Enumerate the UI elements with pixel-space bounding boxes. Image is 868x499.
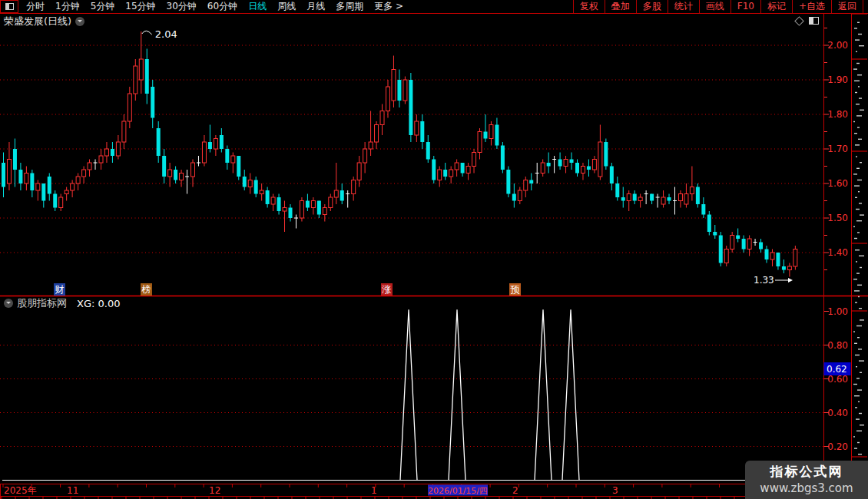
period-tab[interactable]: 15分钟 [120, 0, 161, 13]
up-candle [581, 167, 585, 173]
brand-title: 指标公式网 [745, 463, 868, 481]
strip-mark [857, 389, 862, 390]
strip-mark [858, 34, 862, 35]
up-candle [690, 187, 694, 194]
up-candle [311, 201, 315, 208]
strip-mark [856, 168, 860, 169]
down-candle [208, 142, 212, 149]
up-candle [598, 142, 602, 177]
strip-mark [854, 448, 857, 448]
action-button[interactable]: 叠加 [605, 0, 636, 13]
up-candle [202, 142, 206, 163]
indicator-value-label: XG: 0.00 [77, 298, 120, 309]
down-candle [621, 197, 625, 201]
strip-mark [856, 209, 860, 210]
strip-mark [857, 127, 860, 127]
up-candle [214, 139, 217, 150]
period-tab[interactable]: 日线 [243, 0, 272, 13]
up-candle [191, 163, 195, 177]
up-candle [489, 125, 493, 139]
pane-layout-icon[interactable] [809, 17, 819, 25]
strip-mark [853, 68, 857, 69]
down-candle [340, 190, 344, 201]
strip-mark [857, 22, 860, 23]
period-tab[interactable]: 分时 [21, 0, 50, 13]
down-candle [397, 80, 401, 101]
date-axis-label: 11 [67, 485, 78, 496]
strip-mark [860, 110, 864, 111]
up-candle [403, 80, 407, 101]
action-button[interactable]: 统计 [668, 0, 699, 13]
chevron-down-icon[interactable] [4, 299, 13, 308]
toolbar: 分时1分钟5分钟15分钟30分钟60分钟日线周线月线多周期更多 > 复权叠加多股… [0, 0, 868, 13]
action-button[interactable]: 返回 [831, 0, 863, 13]
period-tab[interactable]: 60分钟 [202, 0, 243, 13]
action-button[interactable]: F10 [731, 0, 760, 13]
period-tab[interactable]: 月线 [301, 0, 330, 13]
up-candle [88, 163, 91, 170]
up-candle [357, 163, 361, 180]
strip-mark [857, 337, 860, 338]
down-candle [145, 59, 149, 94]
split-view-button[interactable] [0, 0, 18, 13]
down-candle [701, 204, 705, 215]
up-candle [787, 266, 791, 270]
price-axis-label: 1.40 [827, 247, 848, 258]
period-tab[interactable]: 周线 [272, 0, 301, 13]
strip-mark [860, 267, 862, 268]
price-axis-label: 1.80 [827, 109, 848, 120]
down-candle [736, 236, 740, 240]
price-axis-label: 2.00 [827, 40, 848, 51]
action-button[interactable]: 画线 [699, 0, 731, 13]
period-tab[interactable]: 1分钟 [50, 0, 85, 13]
down-candle [254, 180, 258, 194]
down-candle [610, 167, 614, 184]
up-candle [369, 142, 373, 149]
strip-mark [857, 285, 862, 286]
up-candle [283, 208, 287, 212]
down-candle [501, 146, 505, 170]
down-candle [41, 183, 45, 201]
down-candle [157, 128, 161, 156]
period-tab[interactable]: 5分钟 [85, 0, 121, 13]
strip-mark [854, 395, 860, 396]
strip-mark [860, 214, 864, 215]
up-candle [352, 180, 356, 194]
period-tab[interactable]: 更多 > [369, 0, 409, 13]
price-axis-label: 1.60 [827, 178, 848, 189]
strip-mark [858, 296, 860, 297]
down-candle [13, 149, 17, 170]
chevron-down-icon[interactable] [75, 17, 84, 26]
action-button[interactable]: 多股 [636, 0, 668, 13]
up-candle [139, 59, 143, 80]
action-button[interactable]: 复权 [573, 0, 605, 13]
strip-mark [859, 360, 864, 361]
up-candle [363, 149, 367, 163]
strip-mark [855, 39, 860, 40]
diamond-icon[interactable] [794, 16, 804, 26]
strip-mark [856, 51, 857, 52]
strip-mark [855, 250, 860, 250]
down-candle [420, 121, 424, 142]
action-button[interactable]: +自选 [792, 0, 831, 13]
price-axis-label: 1.90 [827, 74, 848, 85]
strip-mark [860, 425, 864, 425]
up-candle [128, 94, 131, 121]
down-candle [220, 135, 224, 149]
up-candle [231, 156, 235, 163]
action-button[interactable]: 标记 [760, 0, 792, 13]
up-candle [524, 180, 528, 191]
down-candle [225, 149, 229, 163]
down-candle [317, 201, 321, 215]
up-candle [375, 125, 379, 143]
down-candle [668, 197, 671, 201]
period-tab[interactable]: 多周期 [330, 0, 369, 13]
down-candle [162, 156, 166, 177]
up-candle [168, 170, 172, 177]
period-tab[interactable]: 30分钟 [161, 0, 202, 13]
indicator-source-label: 股朋指标网 [17, 296, 67, 310]
strip-mark [858, 191, 860, 192]
up-candle [36, 183, 40, 190]
strip-mark [859, 256, 864, 256]
down-candle [409, 80, 412, 135]
